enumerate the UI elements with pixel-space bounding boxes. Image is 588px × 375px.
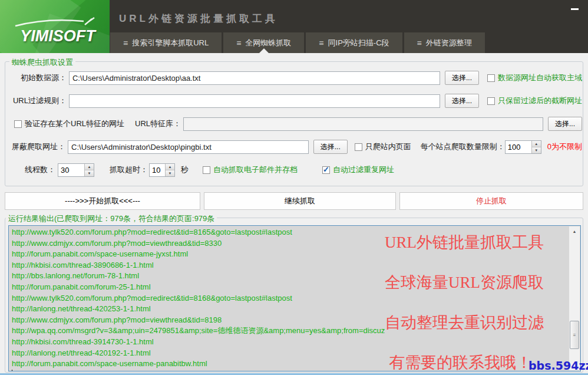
feature-lib-browse-button[interactable]: 选择... xyxy=(548,117,582,131)
url-list: http://www.tylk520.com/forum.php?mod=red… xyxy=(12,227,567,370)
minimize-icon xyxy=(571,8,579,10)
text-caret xyxy=(12,370,12,371)
vertical-scrollbar[interactable]: ▲ ≡ xyxy=(569,226,580,370)
filter-rule-label: URL过滤规则： xyxy=(12,96,67,106)
app-window: YIMISOFT URL外链资源批量抓取工具 ≡ 搜索引擎脚本抓取URL ≡ 全… xyxy=(0,0,588,375)
timeout-label: 抓取超时： xyxy=(110,165,148,175)
window-title: URL外链资源批量抓取工具 xyxy=(119,12,278,25)
logo-swoosh-icon xyxy=(14,17,97,27)
credit-link[interactable]: bbs.594zz.com xyxy=(528,359,588,372)
auto-main-domain-checkbox[interactable] xyxy=(487,74,495,82)
threads-input[interactable] xyxy=(58,164,84,176)
continue-grab-button[interactable]: 继续抓取 xyxy=(204,192,396,210)
timeout-input[interactable] xyxy=(150,164,165,176)
url-line: http://lanlong.net/thread-420253-1-1.htm… xyxy=(12,304,567,315)
tab-label: 外链资源整理 xyxy=(426,38,472,48)
auto-main-domain-label[interactable]: 数据源网址自动获取主域 xyxy=(498,73,582,83)
tab-label: 全网蜘蛛抓取 xyxy=(245,38,291,48)
menu-icon: ≡ xyxy=(123,38,128,48)
dedup-label[interactable]: 自动过滤重复网址 xyxy=(333,165,394,175)
url-line: http://lanlong.net/thread-420192-1-1.htm… xyxy=(12,348,567,359)
filter-rule-input[interactable] xyxy=(69,94,440,108)
initial-source-label: 初始数据源： xyxy=(12,73,67,83)
verify-feature-checkbox[interactable] xyxy=(14,120,22,128)
tab-spider-grab[interactable]: ≡ 全网蜘蛛抓取 xyxy=(223,32,304,53)
timeout-unit-label: 秒 xyxy=(181,165,189,175)
settings-group-title: 蜘蛛爬虫抓取设置 xyxy=(9,57,75,68)
feature-lib-label: URL特征库： xyxy=(135,119,181,129)
initial-source-row: 初始数据源： 选择... 数据源网址自动获取主域 xyxy=(12,71,582,85)
app-logo: YIMISOFT xyxy=(0,0,110,53)
filter-rule-browse-button[interactable]: 选择... xyxy=(445,94,479,108)
tab-label: 同IP旁站扫描-C段 xyxy=(328,38,389,48)
url-line: http://www.tylk520.com/forum.php?mod=red… xyxy=(12,227,567,238)
stop-grab-button[interactable]: 停止抓取 xyxy=(399,192,583,210)
scrollbar-thumb[interactable]: ≡ xyxy=(570,321,579,349)
url-line: http://hkbisi.com/thread-3914730-1-1.htm… xyxy=(12,337,567,348)
url-line: http://wpa.qq.com/msgrd?v=3&amp;uin=2479… xyxy=(12,325,567,337)
threads-label: 线程数： xyxy=(25,165,55,175)
feature-lib-input[interactable] xyxy=(183,117,543,131)
timeout-spin-up-icon[interactable]: ▲ xyxy=(166,164,174,170)
limit-spinner: ▲ ▼ xyxy=(505,140,541,154)
keep-filtered-checkbox[interactable] xyxy=(487,97,495,105)
limit-label: 每个站点爬取数量限制： xyxy=(421,142,505,152)
threads-spinner: ▲ ▼ xyxy=(58,163,94,177)
url-feature-row: 验证存在某个URL特征的网址 URL特征库： 选择... xyxy=(14,117,582,131)
verify-feature-label[interactable]: 验证存在某个URL特征的网址 xyxy=(25,119,124,129)
tab-same-ip-scan[interactable]: ≡ 同IP旁站扫描-C段 xyxy=(306,32,402,53)
block-url-input[interactable] xyxy=(68,140,309,154)
limit-input[interactable] xyxy=(506,141,531,153)
block-url-label: 屏蔽爬取网址： xyxy=(12,142,65,152)
initial-source-browse-button[interactable]: 选择... xyxy=(445,71,479,85)
block-url-row: 屏蔽爬取网址： 选择... 只爬站内页面 每个站点爬取数量限制： ▲ ▼ 0为不… xyxy=(12,140,582,154)
limit-hint: 0为不限制 xyxy=(547,142,582,152)
dedup-checkbox[interactable] xyxy=(322,166,330,174)
tab-label: 搜索引擎脚本抓取URL xyxy=(132,38,209,48)
menu-icon: ≡ xyxy=(236,38,241,48)
limit-spin-down-icon[interactable]: ▼ xyxy=(532,147,541,153)
url-line: http://www.cdmjyx.com/forum.php?mod=view… xyxy=(12,315,567,326)
minimize-button[interactable] xyxy=(568,4,581,14)
threads-spin-up-icon[interactable]: ▲ xyxy=(85,164,94,170)
url-line: http://hkbisi.com/thread-3890686-1-1.htm… xyxy=(12,260,567,271)
menu-icon: ≡ xyxy=(319,38,323,48)
keep-filtered-label[interactable]: 只保留过滤后的截断网址 xyxy=(498,96,582,106)
timeout-spin-down-icon[interactable]: ▼ xyxy=(166,170,174,176)
brand-text: YIMISOFT xyxy=(6,27,110,45)
site-only-checkbox[interactable] xyxy=(355,143,362,151)
start-grab-button[interactable]: ---->>>开始抓取<<<--- xyxy=(5,192,200,210)
performance-row: 线程数： ▲ ▼ 抓取超时： ▲ ▼ 秒 自动抓取电子邮件并存档 自动过滤重复网… xyxy=(25,163,582,177)
menu-icon: ≡ xyxy=(417,38,422,48)
url-line: http://bbs.lanlong.net/forum-78-1.html xyxy=(12,271,567,282)
initial-source-input[interactable] xyxy=(69,71,440,85)
site-only-label[interactable]: 只爬站内页面 xyxy=(365,142,411,152)
timeout-spinner: ▲ ▼ xyxy=(149,163,175,177)
url-line: http://forum.panabit.com/space-username-… xyxy=(12,358,567,370)
threads-spin-down-icon[interactable]: ▼ xyxy=(85,170,94,176)
results-group-title: 运行结果输出(已爬取到网址：979条，符合结果的页面:979条 xyxy=(6,213,217,224)
tab-link-resource-organize[interactable]: ≡ 外链资源整理 xyxy=(404,32,485,53)
block-url-browse-button[interactable]: 选择... xyxy=(313,140,348,154)
url-line: http://forum.panabit.com/forum-25-1.html xyxy=(12,282,567,293)
tab-bar: ≡ 搜索引擎脚本抓取URL ≡ 全网蜘蛛抓取 ≡ 同IP旁站扫描-C段 ≡ 外链… xyxy=(110,32,487,53)
url-line: http://www.tylk520.com/forum.php?mod=red… xyxy=(12,293,567,304)
email-archive-checkbox[interactable] xyxy=(203,166,210,174)
filter-rule-row: URL过滤规则： 选择... 只保留过滤后的截断网址 xyxy=(12,94,582,108)
scroll-up-icon[interactable]: ▲ xyxy=(569,226,580,236)
result-output-box[interactable]: http://www.tylk520.com/forum.php?mod=red… xyxy=(8,225,581,371)
email-archive-label[interactable]: 自动抓取电子邮件并存档 xyxy=(213,165,298,175)
tab-search-engine-grab[interactable]: ≡ 搜索引擎脚本抓取URL xyxy=(110,32,222,53)
url-line: http://forum.panabit.com/space-username-… xyxy=(12,249,567,260)
title-bar: YIMISOFT URL外链资源批量抓取工具 ≡ 搜索引擎脚本抓取URL ≡ 全… xyxy=(0,0,588,53)
limit-spin-up-icon[interactable]: ▲ xyxy=(532,141,541,147)
url-line: http://www.cdmjyx.com/forum.php?mod=view… xyxy=(12,238,567,249)
